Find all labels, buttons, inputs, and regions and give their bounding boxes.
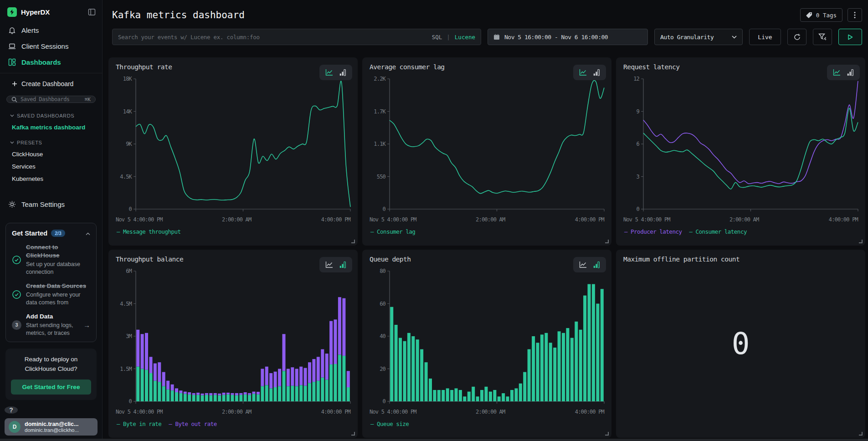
panel-max-offline-partition-count: Maximum offline partition count 0 — [616, 250, 865, 438]
sidebar-item-services[interactable]: Services — [0, 160, 102, 173]
resize-handle[interactable] — [859, 432, 863, 436]
help-button[interactable]: ? — [5, 406, 18, 414]
chart-type-toggle[interactable] — [573, 257, 606, 272]
line-chart-icon — [325, 69, 333, 76]
refresh-icon — [793, 33, 801, 41]
svg-text:1.1K: 1.1K — [374, 141, 386, 147]
create-dashboard-button[interactable]: Create Dashboard — [0, 73, 102, 92]
avatar: D — [9, 421, 21, 433]
svg-text:550: 550 — [377, 174, 386, 180]
panel-queue-depth: Queue depth 020406080Nov 5 4:00:00 PM2:0… — [362, 250, 611, 438]
step-number-badge: 3 — [12, 320, 21, 330]
play-icon — [847, 34, 853, 40]
sidebar-item-clickhouse[interactable]: ClickHouse — [0, 148, 102, 160]
sidebar-item-kubernetes[interactable]: Kubernetes — [0, 173, 102, 185]
saved-dashboards-search-input[interactable]: Saved Dashboards ⌘K — [6, 96, 96, 103]
svg-text:0: 0 — [129, 206, 132, 212]
run-query-button[interactable] — [838, 29, 862, 45]
shortcut-hint: ⌘K — [85, 97, 91, 103]
x-axis-labels: Nov 5 4:00:00 PM2:00:00 AM4:00:00 PM — [365, 216, 609, 225]
svg-text:0: 0 — [383, 398, 386, 405]
user-name: dominic.tran@clic... — [25, 421, 79, 427]
saved-dashboards-header[interactable]: SAVED DASHBOARDS — [0, 107, 102, 121]
get-started-free-button[interactable]: Get Started for Free — [11, 379, 91, 395]
lucene-mode-toggle[interactable]: Lucene — [455, 34, 475, 41]
user-menu[interactable]: D dominic.tran@clic... dominic.tran@clic… — [5, 418, 98, 436]
svg-text:0: 0 — [637, 206, 640, 212]
live-button[interactable]: Live — [749, 29, 781, 45]
event-search-input[interactable]: Search your events w/ Lucene ex. column:… — [112, 29, 481, 45]
resize-handle[interactable] — [351, 240, 355, 243]
svg-text:9: 9 — [637, 108, 640, 115]
team-settings-button[interactable]: Team Settings — [0, 196, 102, 213]
step-title: Connect to ClickHouse — [26, 243, 90, 260]
svg-text:3M: 3M — [126, 333, 132, 339]
svg-text:1.7K: 1.7K — [374, 108, 386, 115]
resize-handle[interactable] — [605, 240, 609, 243]
svg-text:14K: 14K — [123, 108, 133, 115]
progress-badge: 2/3 — [51, 230, 65, 237]
step-desc: Configure where your data comes from — [26, 291, 90, 307]
sql-mode-toggle[interactable]: SQL — [432, 34, 442, 41]
sidebar-item-dashboards[interactable]: Dashboards — [0, 54, 102, 70]
chart-legend: — Message throughput — [111, 225, 355, 235]
presets-header[interactable]: PRESETS — [0, 133, 102, 148]
bar-chart-icon — [847, 69, 854, 76]
chart-plot[interactable]: 04.5K9K14K18KNov 5 4:00:00 PM2:00:00 AM4… — [111, 72, 355, 235]
brand-name: HyperDX — [21, 8, 50, 16]
granularity-select[interactable]: Auto Granularity — [654, 29, 743, 45]
svg-text:18K: 18K — [123, 76, 133, 82]
svg-text:80: 80 — [380, 268, 385, 274]
resize-handle[interactable] — [351, 432, 355, 436]
chart-plot[interactable]: 05501.1K1.7K2.2KNov 5 4:00:00 PM2:00:00 … — [365, 72, 609, 235]
get-started-card: Get Started 2/3 Connect to ClickHouse Se… — [5, 223, 97, 342]
step-connect-clickhouse[interactable]: Connect to ClickHouse Set up your databa… — [12, 243, 90, 276]
tags-button[interactable]: 0 Tags — [800, 8, 842, 22]
chevron-down-icon — [732, 36, 737, 39]
brand: HyperDX — [7, 7, 50, 17]
filter-button[interactable] — [813, 29, 832, 45]
sidebar-item-client-sessions[interactable]: Client Sessions — [0, 38, 102, 54]
svg-text:6: 6 — [637, 141, 640, 147]
horizontal-scrollbar[interactable] — [0, 439, 868, 441]
filter-icon — [818, 33, 827, 41]
bar-chart-icon — [339, 69, 346, 76]
chart-type-toggle[interactable] — [827, 65, 860, 80]
sidebar-item-alerts[interactable]: Alerts — [0, 22, 102, 38]
svg-text:0: 0 — [383, 206, 386, 212]
step-title: Add Data — [26, 313, 79, 321]
line-chart-icon — [579, 261, 587, 268]
x-axis-labels: Nov 5 4:00:00 PM2:00:00 AM4:00:00 PM — [111, 216, 355, 225]
chart-legend: — Queue size — [365, 417, 609, 427]
chart-svg: 04.5K9K14K18K — [111, 72, 355, 215]
chart-type-toggle[interactable] — [573, 65, 606, 80]
chart-type-toggle[interactable] — [319, 65, 352, 80]
legend-item: — Byte out rate — [169, 420, 216, 427]
chart-plot[interactable]: 020406080Nov 5 4:00:00 PM2:00:00 AM4:00:… — [365, 265, 609, 427]
x-axis-labels: Nov 5 4:00:00 PM2:00:00 AM4:00:00 PM — [619, 216, 863, 225]
panel-average-consumer-lag: Average consumer lag 05501.1K1.7K2.2KNov… — [362, 57, 611, 246]
hyperdx-logo-icon — [7, 7, 17, 17]
sidebar-item-kafka-dashboard[interactable]: Kafka metrics dashboard — [0, 121, 102, 133]
line-chart-icon — [579, 69, 587, 76]
step-create-data-sources[interactable]: Create Data Sources Configure where your… — [12, 282, 90, 307]
chart-plot[interactable]: 01.5M3M4.5M6MNov 5 4:00:00 PM2:00:00 AM4… — [111, 265, 355, 427]
step-add-data[interactable]: 3 Add Data Start sending logs, metrics, … — [12, 313, 90, 337]
bell-icon — [8, 26, 16, 34]
chart-legend: — Consumer lag — [365, 225, 609, 235]
resize-handle[interactable] — [605, 432, 609, 436]
search-icon — [11, 97, 17, 103]
sidebar-item-label: Client Sessions — [21, 42, 68, 50]
chart-plot[interactable]: 036912Nov 5 4:00:00 PM2:00:00 AM4:00:00 … — [619, 72, 863, 235]
chart-type-toggle[interactable] — [319, 257, 352, 272]
refresh-button[interactable] — [787, 29, 806, 45]
chevron-up-icon[interactable] — [86, 229, 90, 237]
tag-icon — [806, 12, 812, 18]
x-axis-labels: Nov 5 4:00:00 PM2:00:00 AM4:00:00 PM — [365, 409, 609, 417]
date-range-picker[interactable]: Nov 5 16:00:00 - Nov 6 16:00:00 — [488, 29, 648, 45]
more-options-button[interactable] — [847, 8, 862, 22]
sidebar-collapse-icon[interactable] — [88, 8, 96, 16]
search-placeholder: Saved Dashboards — [21, 96, 82, 103]
chevron-down-icon — [10, 141, 14, 144]
resize-handle[interactable] — [859, 240, 863, 243]
